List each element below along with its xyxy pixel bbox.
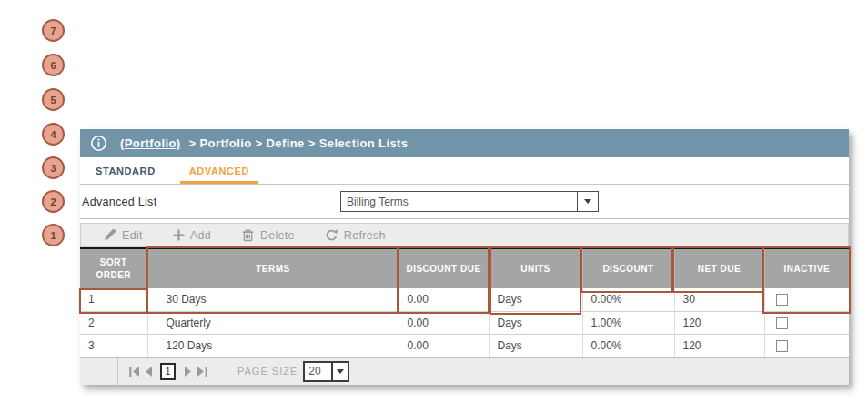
page-size-label: PAGE SIZE	[237, 366, 298, 377]
cell-sort-order: 1	[80, 288, 147, 311]
inactive-checkbox[interactable]	[776, 317, 788, 329]
column-header-inactive: INACTIVE	[764, 248, 849, 288]
cell-sort-order: 3	[80, 334, 147, 357]
edit-button[interactable]: Edit	[103, 228, 143, 242]
column-header-units: UNITS	[489, 248, 582, 288]
column-header-sort-order: SORT ORDER	[80, 248, 147, 288]
grid-toolbar: Edit Add	[80, 223, 849, 247]
cell-discount: 1.00%	[582, 311, 674, 334]
billing-terms-grid: SORT ORDER TERMS DISCOUNT DUE UNITS DISC…	[80, 247, 849, 357]
cell-units: Days	[489, 334, 582, 357]
cell-terms: 120 Days	[147, 334, 399, 357]
cell-discount: 0.00%	[582, 288, 674, 311]
cell-discount-due: 0.00	[399, 334, 489, 357]
inactive-checkbox[interactable]	[776, 340, 788, 352]
chevron-down-icon	[584, 199, 591, 204]
table-row[interactable]: 2 Quarterly 0.00 Days 1.00% 120	[80, 311, 849, 334]
pager-spacer	[80, 358, 118, 385]
page-size-value: 20	[305, 363, 331, 380]
annotation-circle-7: 7	[42, 19, 65, 42]
tab-standard[interactable]: STANDARD	[86, 157, 165, 184]
cell-discount-due: 0.00	[399, 311, 489, 334]
last-page-button[interactable]	[196, 364, 208, 378]
next-page-icon	[182, 366, 194, 377]
cell-inactive	[764, 288, 849, 311]
advanced-list-row: Advanced List Billing Terms	[80, 185, 849, 219]
column-header-terms: TERMS	[147, 248, 399, 288]
column-header-discount: DISCOUNT	[582, 248, 674, 288]
pager-controls: 1	[126, 363, 209, 380]
page-size-dropdown[interactable]: 20	[303, 361, 349, 382]
advanced-list-label: Advanced List	[82, 196, 156, 208]
column-header-net-due: NET DUE	[674, 248, 764, 288]
breadcrumb-portfolio-link[interactable]: (Portfolio)	[120, 136, 181, 150]
advanced-list-dropdown-value: Billing Terms	[341, 192, 577, 211]
cell-net-due: 120	[674, 334, 764, 357]
cell-net-due: 120	[674, 311, 764, 334]
cell-inactive	[764, 334, 849, 357]
advanced-list-dropdown-button[interactable]	[577, 192, 598, 211]
cell-units: Days	[489, 288, 582, 311]
previous-page-icon	[143, 366, 155, 377]
cell-terms: 30 Days	[147, 288, 399, 311]
page-size-dropdown-button[interactable]	[331, 363, 348, 380]
breadcrumb-trail: > Portfolio > Define > Selection Lists	[189, 136, 409, 150]
annotation-circle-6: 6	[42, 54, 65, 76]
tab-bar: STANDARD ADVANCED	[80, 157, 849, 185]
grid-header: SORT ORDER TERMS DISCOUNT DUE UNITS DISC…	[80, 248, 849, 288]
last-page-icon	[197, 366, 208, 377]
previous-page-button[interactable]	[142, 364, 155, 378]
selection-lists-panel: (Portfolio) > Portfolio > Define > Selec…	[80, 129, 849, 385]
refresh-icon	[325, 228, 338, 242]
cell-units: Days	[489, 311, 582, 334]
plus-icon	[173, 229, 185, 241]
table-row[interactable]: 3 120 Days 0.00 Days 0.00% 120	[80, 334, 849, 357]
refresh-button[interactable]: Refresh	[325, 228, 386, 242]
refresh-button-label: Refresh	[344, 229, 386, 242]
cell-discount-due: 0.00	[399, 288, 489, 311]
next-page-button[interactable]	[181, 364, 194, 378]
grid-pager-bar: 1 PAGE SIZE 20	[80, 357, 849, 385]
first-page-icon	[128, 366, 140, 377]
annotation-circle-3: 3	[42, 156, 65, 179]
current-page-box[interactable]: 1	[160, 363, 176, 380]
breadcrumb: (Portfolio) > Portfolio > Define > Selec…	[120, 136, 408, 150]
cell-net-due: 30	[674, 288, 764, 311]
delete-button[interactable]: Delete	[241, 228, 295, 242]
column-header-discount-due: DISCOUNT DUE	[399, 248, 489, 288]
add-button-label: Add	[190, 229, 211, 242]
breadcrumb-bar: (Portfolio) > Portfolio > Define > Selec…	[80, 129, 849, 157]
screen: 7 6 5 4 3 2 1 (Portfolio) > Portfolio > …	[0, 0, 868, 412]
chevron-down-icon	[337, 369, 344, 374]
pencil-icon	[103, 228, 116, 242]
add-button[interactable]: Add	[173, 229, 211, 242]
annotation-circle-5: 5	[42, 88, 65, 111]
cell-discount: 0.00%	[582, 334, 674, 357]
cell-terms: Quarterly	[147, 311, 399, 334]
annotation-circle-4: 4	[42, 123, 65, 146]
annotation-circle-1: 1	[42, 224, 65, 246]
trash-icon	[241, 228, 255, 242]
edit-button-label: Edit	[122, 229, 143, 242]
advanced-list-dropdown[interactable]: Billing Terms	[340, 191, 599, 212]
info-icon	[90, 135, 107, 152]
cell-inactive	[764, 311, 849, 334]
annotation-circle-2: 2	[42, 190, 65, 213]
tab-advanced[interactable]: ADVANCED	[180, 157, 258, 184]
inactive-checkbox[interactable]	[776, 294, 788, 306]
delete-button-label: Delete	[260, 229, 295, 242]
first-page-button[interactable]	[127, 364, 140, 378]
table-row[interactable]: 1 30 Days 0.00 Days 0.00% 30	[80, 288, 849, 311]
cell-sort-order: 2	[80, 311, 147, 334]
